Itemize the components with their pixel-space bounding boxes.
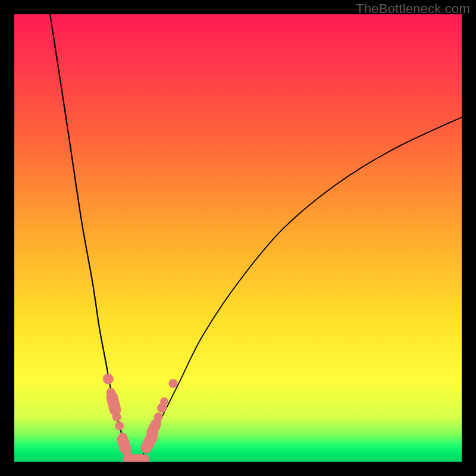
right-curve (140, 117, 462, 462)
bead-pill (152, 424, 156, 432)
highlight-beads (103, 374, 178, 459)
bead-marker (168, 379, 177, 388)
bead-marker (112, 412, 121, 421)
bead-pill (123, 440, 125, 448)
chart-frame: TheBottleneck.com (0, 0, 476, 476)
left-curve (50, 14, 130, 462)
bead-marker (115, 421, 124, 430)
bead-marker (160, 397, 168, 406)
plot-area (14, 14, 462, 462)
bead-pill (112, 397, 115, 410)
curves-layer (14, 14, 462, 462)
bead-marker (154, 412, 163, 421)
bead-marker (103, 374, 114, 384)
